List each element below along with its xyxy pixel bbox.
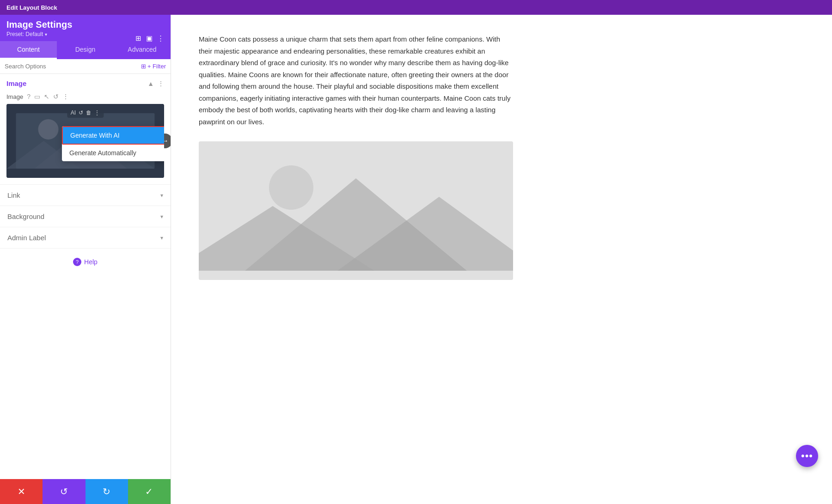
sidebar: Image Settings Preset: Default ▾ ⊞ ▣ ⋮ C… bbox=[0, 15, 171, 504]
top-bar: Edit Layout Block bbox=[0, 0, 832, 15]
section-more-icon[interactable]: ⋮ bbox=[158, 80, 164, 87]
tab-advanced[interactable]: Advanced bbox=[114, 41, 171, 59]
image-content: Image ? ▭ ↖ ↺ ⋮ bbox=[0, 93, 171, 184]
top-bar-title: Edit Layout Block bbox=[6, 4, 57, 11]
reset-icon[interactable]: ↺ bbox=[53, 93, 59, 100]
link-section-header[interactable]: Link ▾ bbox=[0, 185, 171, 206]
ai-more-icon[interactable]: ⋮ bbox=[94, 109, 100, 116]
collapse-icon[interactable]: ▲ bbox=[147, 80, 154, 87]
image-preview-wrapper: AI ↺ 🗑 ⋮ Generate With AI Generate Autom… bbox=[6, 104, 164, 178]
background-section-title: Background bbox=[7, 213, 44, 220]
redo-button[interactable]: ↻ bbox=[86, 479, 128, 504]
expand-icon[interactable]: ⊞ bbox=[135, 34, 141, 43]
generate-automatically-button[interactable]: Generate Automatically bbox=[62, 145, 164, 161]
background-section-header[interactable]: Background ▾ bbox=[0, 206, 171, 227]
svg-point-5 bbox=[38, 119, 59, 140]
background-section: Background ▾ bbox=[0, 206, 171, 227]
fab-button[interactable]: ••• bbox=[796, 445, 818, 467]
svg-point-10 bbox=[269, 165, 313, 210]
image-label: Image bbox=[6, 93, 23, 100]
link-chevron-icon: ▾ bbox=[160, 192, 163, 199]
image-preview[interactable]: AI ↺ 🗑 ⋮ Generate With AI Generate Autom… bbox=[6, 104, 164, 178]
image-toolbar: Image ? ▭ ↖ ↺ ⋮ bbox=[6, 93, 164, 100]
sidebar-header: Image Settings Preset: Default ▾ ⊞ ▣ ⋮ bbox=[0, 15, 171, 41]
fab-label: ••• bbox=[801, 450, 813, 462]
help-label: Help bbox=[84, 258, 98, 266]
tab-content[interactable]: Content bbox=[0, 41, 57, 59]
cancel-button[interactable]: ✕ bbox=[0, 479, 43, 504]
image-section-header[interactable]: Image ▲ ⋮ bbox=[0, 74, 171, 93]
sidebar-content: Image ▲ ⋮ Image ? ▭ ↖ ↺ ⋮ bbox=[0, 74, 171, 479]
filter-button[interactable]: ⊞ + Filter bbox=[141, 63, 166, 70]
admin-label-section: Admin Label ▾ bbox=[0, 227, 171, 249]
content-text: Maine Coon cats possess a unique charm t… bbox=[199, 33, 513, 128]
more-icon[interactable]: ⋮ bbox=[157, 34, 164, 43]
content-area: Maine Coon cats possess a unique charm t… bbox=[171, 15, 832, 504]
admin-label-section-title: Admin Label bbox=[7, 234, 46, 242]
generate-with-ai-button[interactable]: Generate With AI bbox=[62, 126, 164, 145]
link-section-title: Link bbox=[7, 191, 20, 199]
tab-design[interactable]: Design bbox=[57, 41, 114, 59]
layout-icon[interactable]: ▣ bbox=[146, 34, 153, 43]
image-section-icons: ▲ ⋮ bbox=[147, 80, 164, 87]
bottom-toolbar: ✕ ↺ ↻ ✓ bbox=[0, 479, 171, 504]
refresh-icon[interactable]: ↺ bbox=[79, 109, 83, 116]
image-section: Image ▲ ⋮ Image ? ▭ ↖ ↺ ⋮ bbox=[0, 74, 171, 185]
sidebar-title: Image Settings bbox=[6, 19, 164, 30]
background-chevron-icon: ▾ bbox=[160, 213, 163, 220]
admin-label-section-header[interactable]: Admin Label ▾ bbox=[0, 227, 171, 248]
filter-icon: ⊞ bbox=[141, 63, 146, 70]
admin-label-chevron-icon: ▾ bbox=[160, 235, 163, 241]
help-icon: ? bbox=[73, 258, 81, 266]
tabs: Content Design Advanced bbox=[0, 41, 171, 59]
link-section: Link ▾ bbox=[0, 185, 171, 206]
tablet-icon[interactable]: ▭ bbox=[34, 93, 40, 100]
arrow-icon[interactable]: ↖ bbox=[44, 93, 49, 100]
more-options-icon[interactable]: ⋮ bbox=[62, 93, 69, 100]
ai-dropdown: Generate With AI Generate Automatically bbox=[62, 126, 164, 161]
save-button[interactable]: ✓ bbox=[128, 479, 171, 504]
ai-icon[interactable]: AI bbox=[71, 109, 76, 116]
search-input[interactable] bbox=[5, 63, 137, 70]
search-bar: ⊞ + Filter bbox=[0, 59, 171, 74]
content-image-placeholder bbox=[199, 141, 513, 280]
help-circle-icon[interactable]: ? bbox=[27, 93, 31, 100]
main-layout: Image Settings Preset: Default ▾ ⊞ ▣ ⋮ C… bbox=[0, 15, 832, 504]
undo-button[interactable]: ↺ bbox=[43, 479, 85, 504]
preset-chevron-icon: ▾ bbox=[45, 32, 47, 37]
help-section[interactable]: ? Help bbox=[0, 249, 171, 275]
image-section-title: Image bbox=[6, 79, 26, 87]
delete-icon[interactable]: 🗑 bbox=[86, 109, 92, 116]
ai-toolbar: AI ↺ 🗑 ⋮ bbox=[67, 108, 104, 118]
sidebar-header-icons: ⊞ ▣ ⋮ bbox=[135, 34, 164, 43]
